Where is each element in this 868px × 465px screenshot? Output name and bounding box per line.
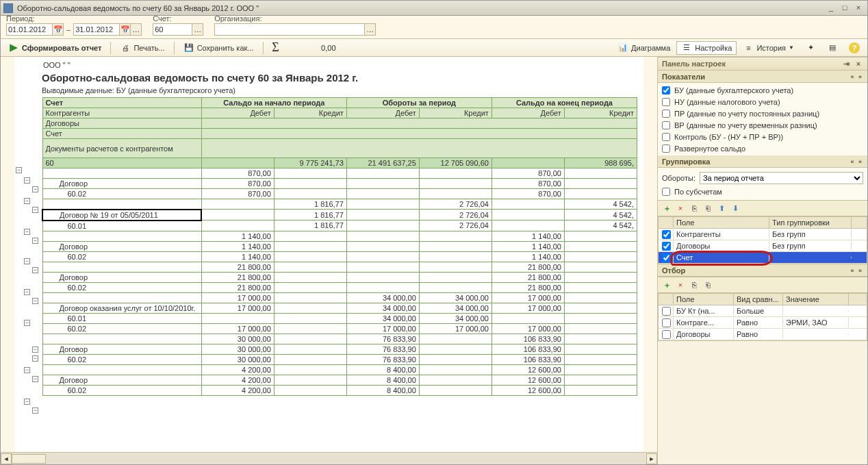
table-row[interactable]: 30 000,0076 833,90106 833,90 — [42, 334, 637, 344]
tree-toggle[interactable]: − — [32, 267, 38, 273]
date-from-picker[interactable]: 📅 — [53, 23, 64, 36]
org-input[interactable] — [214, 23, 365, 36]
org-choose-button[interactable]: … — [365, 23, 376, 36]
history-button[interactable]: ≡История▼ — [738, 41, 799, 55]
indicator-checkbox[interactable] — [662, 144, 670, 153]
indicator-checkbox[interactable] — [662, 110, 670, 118]
move-down-button[interactable]: ⬇ — [729, 202, 741, 214]
filter-checkbox[interactable] — [662, 330, 671, 339]
scroll-left-button[interactable]: ◄ — [1, 453, 12, 464]
filter-add-button[interactable]: ＋ — [661, 279, 673, 291]
minimize-button[interactable]: _ — [825, 3, 837, 14]
grouping-checkbox[interactable] — [662, 230, 671, 239]
scroll-right-button[interactable]: ► — [646, 453, 657, 464]
form-report-button[interactable]: Сформировать отчет — [3, 41, 106, 55]
tree-toggle[interactable]: − — [24, 320, 30, 326]
tree-toggle[interactable]: − — [32, 238, 38, 244]
table-row[interactable]: Договор4 200,008 400,0012 600,00 — [42, 375, 637, 385]
panel-close-button[interactable]: × — [854, 60, 863, 68]
filter-row[interactable]: БУ Кт (на...Больше — [659, 305, 867, 317]
table-row[interactable]: 60.02870,00870,00 — [42, 189, 637, 199]
h-scrollbar[interactable]: ◄ ► — [1, 452, 657, 464]
table-row[interactable]: 4 200,008 400,0012 600,00 — [42, 364, 637, 375]
indicator-checkbox[interactable] — [662, 86, 670, 95]
tree-toggle[interactable]: − — [32, 347, 38, 353]
indicator-checkbox[interactable] — [662, 98, 670, 106]
tree-toggle[interactable]: − — [32, 298, 38, 304]
table-row[interactable]: 1 140,001 140,00 — [42, 231, 637, 241]
paste-button[interactable]: ⎗ — [702, 202, 714, 214]
diagram-button[interactable]: 📊Диаграмма — [613, 41, 675, 55]
tree-toggle[interactable]: − — [32, 186, 38, 192]
tool-b-button[interactable]: ▤ — [822, 41, 843, 55]
table-row[interactable]: 870,00870,00 — [42, 168, 637, 179]
period-choose-button[interactable]: … — [131, 23, 142, 36]
tree-toggle[interactable]: − — [32, 207, 38, 213]
report-area[interactable]: −−−−−−−−−−−−−−−−−−− ООО " " Оборотно-сал… — [1, 57, 657, 452]
copy-button[interactable]: ⎘ — [688, 202, 700, 214]
indicator-checkbox[interactable] — [662, 121, 670, 129]
table-row[interactable]: 60.021 140,001 140,00 — [42, 251, 637, 262]
tree-toggle[interactable]: − — [24, 229, 30, 235]
table-row[interactable]: Договор № 19 от 05/05/20111 816,772 726,… — [42, 210, 637, 221]
tree-toggle[interactable]: − — [24, 367, 30, 373]
grouping-row[interactable]: ДоговорыБез групп — [659, 240, 867, 252]
filter-checkbox[interactable] — [662, 307, 671, 316]
table-row[interactable]: Договор21 800,0021 800,00 — [42, 272, 637, 282]
filter-row[interactable]: ДоговорыРавно — [659, 329, 867, 340]
table-row[interactable]: Договор870,00870,00 — [42, 179, 637, 189]
move-up-button[interactable]: ⬆ — [715, 202, 728, 214]
tree-toggle[interactable]: − — [24, 399, 30, 405]
table-row[interactable]: 60.011 816,772 726,044 542, — [42, 221, 637, 231]
subaccounts-checkbox[interactable] — [662, 188, 670, 196]
close-button[interactable]: × — [852, 3, 865, 14]
table-row[interactable]: 60.0221 800,0021 800,00 — [42, 282, 637, 292]
indicator-checkbox[interactable] — [662, 133, 670, 141]
grouping-header[interactable]: Группировка« » — [658, 155, 867, 168]
date-to-input[interactable] — [73, 23, 120, 36]
tree-toggle[interactable]: − — [24, 258, 30, 264]
tree-toggle[interactable]: − — [32, 407, 38, 414]
turnover-select[interactable]: За период отчета — [700, 172, 863, 184]
table-row[interactable]: 1 816,772 726,044 542, — [42, 199, 637, 210]
tree-toggle[interactable]: − — [24, 289, 30, 295]
account-input[interactable] — [153, 23, 192, 36]
tree-toggle[interactable]: − — [24, 198, 30, 204]
table-row[interactable]: 60.0230 000,0076 833,90106 833,90 — [42, 354, 637, 364]
date-from-input[interactable] — [6, 23, 53, 36]
delete-row-button[interactable]: × — [674, 202, 687, 214]
filter-delete-button[interactable]: × — [674, 279, 687, 291]
grouping-checkbox[interactable] — [662, 253, 671, 262]
table-row[interactable]: 60.024 200,008 400,0012 600,00 — [42, 385, 637, 395]
filter-row[interactable]: Контраге...РавноЭРМИ, ЗАО — [659, 317, 867, 329]
tree-toggle[interactable]: − — [32, 355, 38, 362]
grouping-checkbox[interactable] — [662, 242, 671, 251]
add-row-button[interactable]: ＋ — [661, 202, 673, 214]
filter-checkbox[interactable] — [662, 318, 671, 327]
table-row[interactable]: Договор оказания услуг от 10/10/2010г.17… — [42, 303, 637, 313]
filter-paste-button[interactable]: ⎗ — [702, 279, 714, 291]
scroll-thumb[interactable] — [12, 454, 46, 464]
table-row[interactable]: 60.0217 000,0017 000,0017 000,0017 000,0… — [42, 323, 637, 334]
grouping-row[interactable]: Счет — [659, 252, 867, 264]
tree-toggle[interactable]: − — [32, 376, 38, 382]
print-button[interactable]: 🖨Печать... — [115, 41, 169, 55]
table-row[interactable]: 60.0134 000,0034 000,00 — [42, 313, 637, 323]
table-row[interactable]: 609 775 241,7321 491 637,2512 705 090,60… — [42, 158, 637, 168]
help-button[interactable]: ? — [844, 41, 865, 55]
maximize-button[interactable]: □ — [839, 3, 851, 14]
table-row[interactable]: 21 800,0021 800,00 — [42, 262, 637, 272]
account-choose-button[interactable]: … — [192, 23, 203, 36]
save-as-button[interactable]: 💾Сохранить как... — [179, 41, 259, 55]
tree-toggle[interactable]: − — [24, 177, 30, 184]
date-to-picker[interactable]: 📅 — [120, 23, 131, 36]
settings-button[interactable]: ☰Настройка — [676, 41, 737, 55]
grouping-row[interactable]: КонтрагентыБез групп — [659, 229, 867, 240]
filter-copy-button[interactable]: ⎘ — [688, 279, 700, 291]
tool-a-button[interactable]: ✦ — [800, 41, 821, 55]
table-row[interactable]: Договор1 140,001 140,00 — [42, 241, 637, 251]
filter-header[interactable]: Отбор« » — [658, 264, 867, 277]
panel-pin-button[interactable]: ⇥ — [841, 60, 851, 68]
table-row[interactable]: Договор30 000,0076 833,90106 833,90 — [42, 344, 637, 354]
indicators-header[interactable]: Показатели« » — [658, 71, 867, 83]
